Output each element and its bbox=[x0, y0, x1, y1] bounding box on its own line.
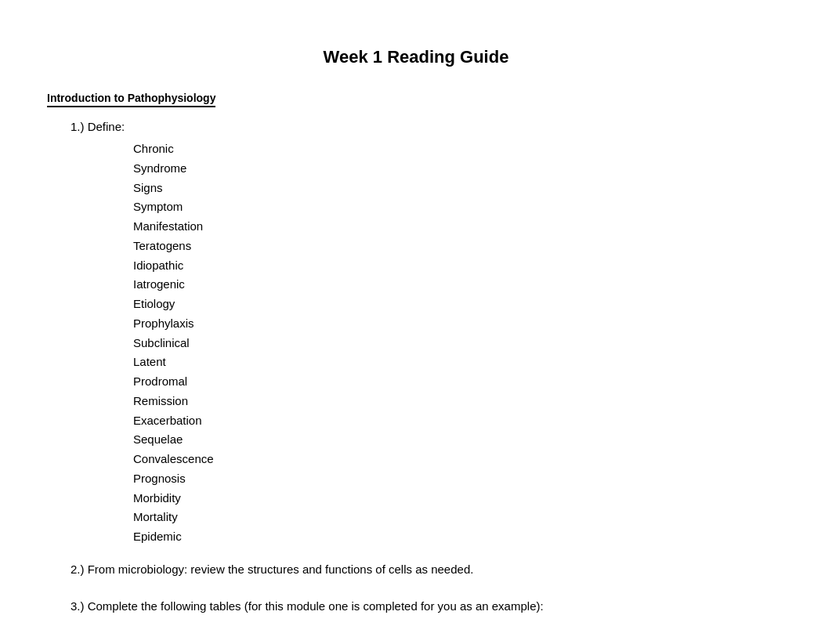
define-term: Exacerbation bbox=[133, 411, 785, 431]
page-title: Week 1 Reading Guide bbox=[47, 47, 785, 67]
define-term: Epidemic bbox=[133, 527, 785, 547]
define-term: Etiology bbox=[133, 295, 785, 314]
define-term: Chronic bbox=[133, 139, 785, 159]
define-term: Teratogens bbox=[133, 237, 785, 256]
define-term-list: ChronicSyndromeSignsSymptomManifestation… bbox=[133, 139, 785, 547]
define-term: Subclinical bbox=[133, 334, 785, 353]
define-term: Idiopathic bbox=[133, 256, 785, 276]
define-term: Symptom bbox=[133, 197, 785, 217]
define-term: Prodromal bbox=[133, 372, 785, 392]
define-term: Mortality bbox=[133, 508, 785, 527]
define-term: Morbidity bbox=[133, 489, 785, 508]
define-term: Prognosis bbox=[133, 469, 785, 489]
define-term: Iatrogenic bbox=[133, 275, 785, 295]
section-heading: Introduction to Pathophysiology bbox=[47, 92, 215, 107]
question-3: 3.) Complete the following tables (for t… bbox=[71, 599, 785, 613]
define-term: Syndrome bbox=[133, 159, 785, 179]
define-term: Prophylaxis bbox=[133, 314, 785, 334]
define-term: Sequelae bbox=[133, 430, 785, 450]
question-1-block: 1.) Define: ChronicSyndromeSignsSymptomM… bbox=[71, 120, 785, 547]
define-term: Manifestation bbox=[133, 217, 785, 237]
define-term: Latent bbox=[133, 353, 785, 372]
question-2: 2.) From microbiology: review the struct… bbox=[71, 563, 785, 576]
define-term: Signs bbox=[133, 179, 785, 198]
define-term: Convalescence bbox=[133, 450, 785, 469]
question-1-label: 1.) Define: bbox=[71, 120, 785, 133]
define-term: Remission bbox=[133, 392, 785, 411]
